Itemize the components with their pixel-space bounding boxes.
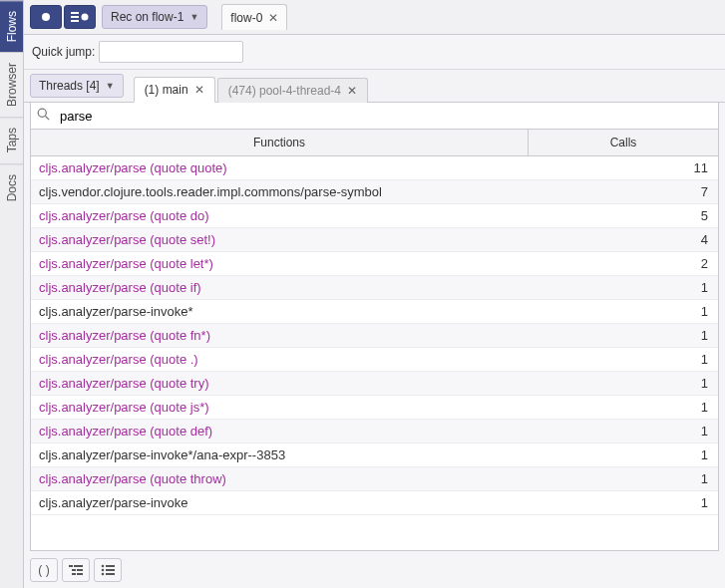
table-row[interactable]: cljs.analyzer/parse (quote if)1	[31, 276, 718, 300]
table-row[interactable]: cljs.analyzer/parse-invoke1	[31, 491, 718, 515]
thread-tab-pool[interactable]: (474) pool-4-thread-4 ✕	[217, 78, 368, 103]
record-icon	[41, 12, 51, 22]
function-name[interactable]: cljs.analyzer/parse (quote try)	[39, 376, 209, 391]
list-button[interactable]	[94, 558, 122, 582]
calls-cell: 5	[529, 208, 718, 223]
sidebar: Flows Browser Taps Docs	[0, 0, 24, 588]
table-row[interactable]: cljs.analyzer/parse (quote throw)1	[31, 467, 718, 491]
tree-icon	[69, 563, 83, 577]
table-row[interactable]: cljs.analyzer/parse (quote js*)1	[31, 396, 718, 420]
calls-cell: 1	[529, 376, 718, 391]
svg-point-0	[42, 13, 50, 21]
table-row[interactable]: cljs.analyzer/parse-invoke*/ana-expr--38…	[31, 443, 718, 467]
table-row[interactable]: cljs.vendor.clojure.tools.reader.impl.co…	[31, 180, 718, 204]
table-row[interactable]: cljs.analyzer/parse (quote try)1	[31, 372, 718, 396]
threads-dropdown[interactable]: Threads [4] ▼	[30, 74, 124, 98]
record-target-dropdown[interactable]: Rec on flow-1 ▼	[102, 5, 207, 29]
svg-point-13	[102, 565, 105, 568]
table-row[interactable]: cljs.analyzer/parse-invoke*1	[31, 300, 718, 324]
search-row	[31, 103, 718, 130]
table-row[interactable]: cljs.analyzer/parse (quote .)1	[31, 348, 718, 372]
main-area: Rec on flow-1 ▼ flow-0 ✕ Quick jump: Thr…	[24, 0, 725, 588]
paren-icon: ( )	[38, 563, 49, 577]
tree-button[interactable]	[62, 558, 90, 582]
function-name: cljs.analyzer/parse-invoke*	[39, 304, 193, 319]
svg-rect-8	[74, 565, 83, 567]
svg-line-6	[46, 117, 50, 121]
function-cell: cljs.analyzer/parse (quote do)	[31, 208, 529, 223]
function-name[interactable]: cljs.analyzer/parse (quote throw)	[39, 471, 226, 486]
calls-cell: 1	[529, 447, 718, 462]
function-cell: cljs.analyzer/parse-invoke*/ana-expr--38…	[31, 447, 529, 462]
chevron-down-icon: ▼	[106, 81, 115, 91]
table-row[interactable]: cljs.analyzer/parse (quote def)1	[31, 420, 718, 443]
svg-rect-11	[72, 573, 76, 575]
flow-tab[interactable]: flow-0 ✕	[221, 4, 287, 30]
function-name[interactable]: cljs.analyzer/parse (quote set!)	[39, 232, 215, 247]
calls-cell: 11	[529, 160, 718, 175]
table-body: cljs.analyzer/parse (quote quote)11cljs.…	[31, 156, 718, 550]
function-name[interactable]: cljs.analyzer/parse (quote let*)	[39, 256, 213, 271]
sidebar-tab-flows[interactable]: Flows	[0, 0, 23, 52]
svg-rect-18	[106, 573, 115, 575]
function-cell: cljs.analyzer/parse (quote try)	[31, 376, 529, 391]
close-icon[interactable]: ✕	[347, 84, 357, 98]
function-cell: cljs.analyzer/parse-invoke	[31, 495, 529, 510]
calls-cell: 7	[529, 184, 718, 199]
thread-tab-main[interactable]: (1) main ✕	[134, 77, 215, 103]
calls-cell: 1	[529, 328, 718, 343]
calls-cell: 1	[529, 495, 718, 510]
function-name[interactable]: cljs.analyzer/parse (quote def)	[39, 424, 212, 439]
list-icon	[101, 563, 115, 577]
close-icon[interactable]: ✕	[268, 11, 278, 25]
table-row[interactable]: cljs.analyzer/parse (quote do)5	[31, 204, 718, 228]
bottom-toolbar: ( )	[24, 551, 725, 588]
quick-jump-row: Quick jump:	[24, 35, 725, 70]
expr-button[interactable]: ( )	[30, 558, 58, 582]
sidebar-tab-taps[interactable]: Taps	[0, 117, 23, 162]
calls-cell: 1	[529, 280, 718, 295]
top-toolbar: Rec on flow-1 ▼ flow-0 ✕	[24, 0, 725, 35]
record-button[interactable]	[30, 5, 62, 29]
table-header: Functions Calls	[31, 130, 718, 156]
function-cell: cljs.analyzer/parse (quote fn*)	[31, 328, 529, 343]
function-name[interactable]: cljs.analyzer/parse (quote quote)	[39, 160, 227, 175]
function-cell: cljs.analyzer/parse (quote .)	[31, 352, 529, 367]
table-row[interactable]: cljs.analyzer/parse (quote fn*)1	[31, 324, 718, 348]
svg-rect-2	[71, 16, 79, 18]
table-row[interactable]: cljs.analyzer/parse (quote set!)4	[31, 228, 718, 252]
function-name[interactable]: cljs.analyzer/parse (quote if)	[39, 280, 201, 295]
function-cell: cljs.analyzer/parse (quote quote)	[31, 160, 529, 175]
function-cell: cljs.analyzer/parse (quote js*)	[31, 400, 529, 415]
thread-tabs: (1) main ✕ (474) pool-4-thread-4 ✕	[134, 76, 368, 102]
threads-row: Threads [4] ▼ (1) main ✕ (474) pool-4-th…	[24, 70, 725, 103]
search-input[interactable]	[56, 103, 718, 129]
svg-rect-16	[106, 569, 115, 571]
col-header-calls[interactable]: Calls	[529, 130, 718, 155]
table-row[interactable]: cljs.analyzer/parse (quote quote)11	[31, 156, 718, 180]
record-list-button[interactable]	[64, 5, 96, 29]
function-cell: cljs.analyzer/parse (quote def)	[31, 424, 529, 439]
close-icon[interactable]: ✕	[194, 83, 204, 97]
function-name[interactable]: cljs.analyzer/parse (quote .)	[39, 352, 198, 367]
col-header-functions[interactable]: Functions	[31, 130, 529, 155]
quick-jump-input[interactable]	[99, 41, 243, 63]
quick-jump-label: Quick jump:	[32, 45, 95, 59]
function-name[interactable]: cljs.analyzer/parse (quote fn*)	[39, 328, 210, 343]
sidebar-tab-browser[interactable]: Browser	[0, 52, 23, 117]
svg-point-4	[82, 14, 89, 21]
function-cell: cljs.vendor.clojure.tools.reader.impl.co…	[31, 184, 529, 199]
svg-rect-1	[71, 12, 79, 14]
svg-point-17	[102, 573, 105, 576]
sidebar-tab-docs[interactable]: Docs	[0, 163, 23, 211]
function-cell: cljs.analyzer/parse (quote set!)	[31, 232, 529, 247]
threads-label: Threads [4]	[39, 79, 100, 93]
function-name[interactable]: cljs.analyzer/parse (quote js*)	[39, 400, 209, 415]
calls-cell: 2	[529, 256, 718, 271]
calls-cell: 1	[529, 471, 718, 486]
svg-point-5	[38, 109, 46, 117]
svg-rect-3	[71, 20, 79, 22]
function-name[interactable]: cljs.analyzer/parse (quote do)	[39, 208, 209, 223]
table-row[interactable]: cljs.analyzer/parse (quote let*)2	[31, 252, 718, 276]
calls-cell: 4	[529, 232, 718, 247]
